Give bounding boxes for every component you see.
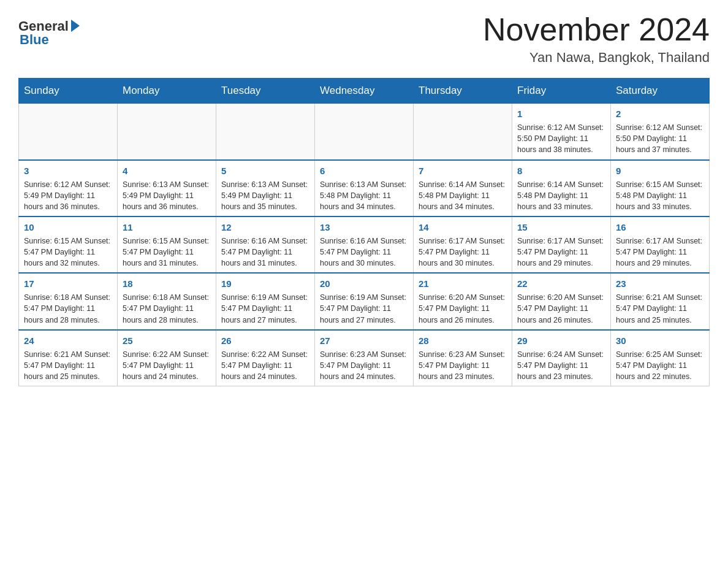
day-number: 27 (320, 334, 408, 347)
calendar-cell: 23Sunrise: 6:21 AM Sunset: 5:47 PM Dayli… (611, 273, 710, 329)
day-number: 1 (517, 107, 605, 120)
day-number: 29 (517, 334, 605, 347)
calendar-cell: 25Sunrise: 6:22 AM Sunset: 5:47 PM Dayli… (118, 330, 216, 386)
calendar-cell: 22Sunrise: 6:20 AM Sunset: 5:47 PM Dayli… (512, 273, 611, 329)
day-info: Sunrise: 6:20 AM Sunset: 5:47 PM Dayligh… (517, 292, 605, 325)
day-number: 22 (517, 277, 605, 290)
day-info: Sunrise: 6:12 AM Sunset: 5:50 PM Dayligh… (517, 122, 605, 155)
calendar-cell: 11Sunrise: 6:15 AM Sunset: 5:47 PM Dayli… (118, 216, 216, 273)
day-number: 3 (24, 164, 112, 177)
day-number: 6 (320, 164, 408, 177)
day-info: Sunrise: 6:22 AM Sunset: 5:47 PM Dayligh… (123, 349, 211, 382)
calendar-cell (315, 104, 414, 160)
title-section: November 2024 Yan Nawa, Bangkok, Thailan… (483, 12, 710, 66)
calendar-cell: 17Sunrise: 6:18 AM Sunset: 5:47 PM Dayli… (19, 273, 118, 329)
calendar-cell: 1Sunrise: 6:12 AM Sunset: 5:50 PM Daylig… (512, 104, 611, 160)
calendar-cell (414, 104, 512, 160)
day-number: 16 (616, 221, 704, 234)
calendar-cell: 26Sunrise: 6:22 AM Sunset: 5:47 PM Dayli… (216, 330, 315, 386)
day-number: 12 (221, 221, 309, 234)
calendar-week-row: 17Sunrise: 6:18 AM Sunset: 5:47 PM Dayli… (19, 273, 710, 329)
calendar-header-row: SundayMondayTuesdayWednesdayThursdayFrid… (19, 79, 710, 104)
calendar-cell: 14Sunrise: 6:17 AM Sunset: 5:47 PM Dayli… (414, 216, 512, 273)
day-number: 9 (616, 164, 704, 177)
calendar-cell (216, 104, 315, 160)
day-info: Sunrise: 6:21 AM Sunset: 5:47 PM Dayligh… (616, 292, 704, 325)
day-number: 21 (419, 277, 507, 290)
day-info: Sunrise: 6:18 AM Sunset: 5:47 PM Dayligh… (24, 292, 112, 325)
day-number: 30 (616, 334, 704, 347)
calendar-table: SundayMondayTuesdayWednesdayThursdayFrid… (18, 78, 710, 386)
weekday-header-friday: Friday (512, 79, 611, 104)
calendar-cell: 3Sunrise: 6:12 AM Sunset: 5:49 PM Daylig… (19, 160, 118, 216)
weekday-header-tuesday: Tuesday (216, 79, 315, 104)
day-info: Sunrise: 6:13 AM Sunset: 5:48 PM Dayligh… (320, 179, 408, 212)
weekday-header-wednesday: Wednesday (315, 79, 414, 104)
calendar-cell: 12Sunrise: 6:16 AM Sunset: 5:47 PM Dayli… (216, 216, 315, 273)
day-info: Sunrise: 6:19 AM Sunset: 5:47 PM Dayligh… (221, 292, 309, 325)
calendar-cell (19, 104, 118, 160)
day-number: 18 (123, 277, 211, 290)
calendar-cell (118, 104, 216, 160)
day-info: Sunrise: 6:22 AM Sunset: 5:47 PM Dayligh… (221, 349, 309, 382)
calendar-week-row: 3Sunrise: 6:12 AM Sunset: 5:49 PM Daylig… (19, 160, 710, 216)
day-info: Sunrise: 6:12 AM Sunset: 5:50 PM Dayligh… (616, 122, 704, 155)
weekday-header-thursday: Thursday (414, 79, 512, 104)
day-info: Sunrise: 6:13 AM Sunset: 5:49 PM Dayligh… (221, 179, 309, 212)
calendar-cell: 29Sunrise: 6:24 AM Sunset: 5:47 PM Dayli… (512, 330, 611, 386)
day-number: 10 (24, 221, 112, 234)
month-title: November 2024 (483, 12, 710, 47)
calendar-cell: 27Sunrise: 6:23 AM Sunset: 5:47 PM Dayli… (315, 330, 414, 386)
day-number: 25 (123, 334, 211, 347)
calendar-cell: 9Sunrise: 6:15 AM Sunset: 5:48 PM Daylig… (611, 160, 710, 216)
calendar-cell: 4Sunrise: 6:13 AM Sunset: 5:49 PM Daylig… (118, 160, 216, 216)
calendar-week-row: 24Sunrise: 6:21 AM Sunset: 5:47 PM Dayli… (19, 330, 710, 386)
day-number: 15 (517, 221, 605, 234)
day-info: Sunrise: 6:24 AM Sunset: 5:47 PM Dayligh… (517, 349, 605, 382)
weekday-header-sunday: Sunday (19, 79, 118, 104)
calendar-cell: 16Sunrise: 6:17 AM Sunset: 5:47 PM Dayli… (611, 216, 710, 273)
calendar-cell: 8Sunrise: 6:14 AM Sunset: 5:48 PM Daylig… (512, 160, 611, 216)
day-number: 13 (320, 221, 408, 234)
day-number: 4 (123, 164, 211, 177)
day-number: 28 (419, 334, 507, 347)
calendar-cell: 20Sunrise: 6:19 AM Sunset: 5:47 PM Dayli… (315, 273, 414, 329)
day-info: Sunrise: 6:23 AM Sunset: 5:47 PM Dayligh… (320, 349, 408, 382)
calendar-cell: 15Sunrise: 6:17 AM Sunset: 5:47 PM Dayli… (512, 216, 611, 273)
logo: General Blue (18, 12, 80, 48)
calendar-cell: 2Sunrise: 6:12 AM Sunset: 5:50 PM Daylig… (611, 104, 710, 160)
day-info: Sunrise: 6:21 AM Sunset: 5:47 PM Dayligh… (24, 349, 112, 382)
calendar-cell: 18Sunrise: 6:18 AM Sunset: 5:47 PM Dayli… (118, 273, 216, 329)
day-info: Sunrise: 6:20 AM Sunset: 5:47 PM Dayligh… (419, 292, 507, 325)
calendar-cell: 10Sunrise: 6:15 AM Sunset: 5:47 PM Dayli… (19, 216, 118, 273)
day-number: 23 (616, 277, 704, 290)
calendar-cell: 6Sunrise: 6:13 AM Sunset: 5:48 PM Daylig… (315, 160, 414, 216)
calendar-week-row: 1Sunrise: 6:12 AM Sunset: 5:50 PM Daylig… (19, 104, 710, 160)
weekday-header-monday: Monday (118, 79, 216, 104)
calendar-cell: 7Sunrise: 6:14 AM Sunset: 5:48 PM Daylig… (414, 160, 512, 216)
calendar-cell: 21Sunrise: 6:20 AM Sunset: 5:47 PM Dayli… (414, 273, 512, 329)
day-info: Sunrise: 6:15 AM Sunset: 5:47 PM Dayligh… (24, 236, 112, 269)
day-info: Sunrise: 6:13 AM Sunset: 5:49 PM Dayligh… (123, 179, 211, 212)
day-info: Sunrise: 6:17 AM Sunset: 5:47 PM Dayligh… (419, 236, 507, 269)
day-info: Sunrise: 6:12 AM Sunset: 5:49 PM Dayligh… (24, 179, 112, 212)
logo-triangle-icon (71, 20, 80, 32)
calendar-cell: 5Sunrise: 6:13 AM Sunset: 5:49 PM Daylig… (216, 160, 315, 216)
day-number: 26 (221, 334, 309, 347)
location-subtitle: Yan Nawa, Bangkok, Thailand (483, 50, 710, 66)
day-info: Sunrise: 6:15 AM Sunset: 5:48 PM Dayligh… (616, 179, 704, 212)
day-info: Sunrise: 6:19 AM Sunset: 5:47 PM Dayligh… (320, 292, 408, 325)
calendar-cell: 30Sunrise: 6:25 AM Sunset: 5:47 PM Dayli… (611, 330, 710, 386)
day-info: Sunrise: 6:17 AM Sunset: 5:47 PM Dayligh… (517, 236, 605, 269)
day-info: Sunrise: 6:18 AM Sunset: 5:47 PM Dayligh… (123, 292, 211, 325)
calendar-cell: 24Sunrise: 6:21 AM Sunset: 5:47 PM Dayli… (19, 330, 118, 386)
day-info: Sunrise: 6:17 AM Sunset: 5:47 PM Dayligh… (616, 236, 704, 269)
weekday-header-saturday: Saturday (611, 79, 710, 104)
day-number: 11 (123, 221, 211, 234)
calendar-cell: 28Sunrise: 6:23 AM Sunset: 5:47 PM Dayli… (414, 330, 512, 386)
day-info: Sunrise: 6:15 AM Sunset: 5:47 PM Dayligh… (123, 236, 211, 269)
day-info: Sunrise: 6:25 AM Sunset: 5:47 PM Dayligh… (616, 349, 704, 382)
day-number: 2 (616, 107, 704, 120)
day-info: Sunrise: 6:14 AM Sunset: 5:48 PM Dayligh… (419, 179, 507, 212)
day-number: 5 (221, 164, 309, 177)
